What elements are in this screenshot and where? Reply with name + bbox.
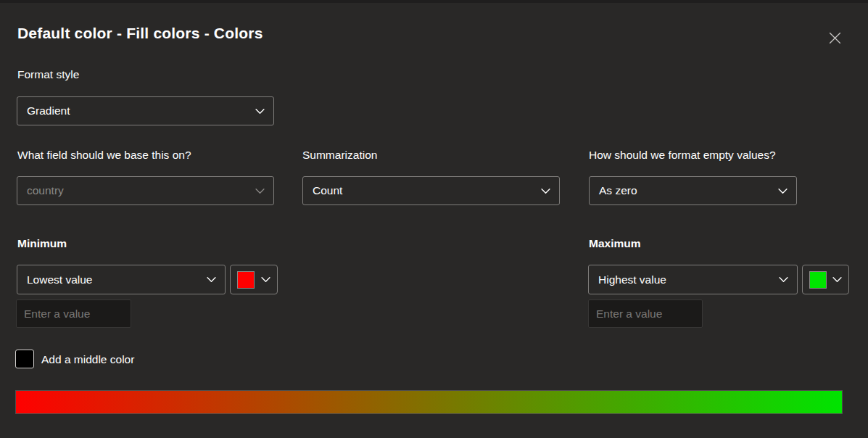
minimum-color-picker[interactable] <box>230 265 278 294</box>
chevron-down-icon <box>778 188 788 194</box>
format-style-label: Format style <box>17 68 79 81</box>
close-icon <box>829 32 841 44</box>
chevron-down-icon <box>207 276 216 283</box>
base-field-dropdown[interactable]: country <box>17 176 274 205</box>
close-button[interactable] <box>824 27 846 49</box>
summarization-label: Summarization <box>302 149 377 162</box>
minimum-color-swatch <box>237 271 255 289</box>
maximum-type-dropdown[interactable]: Highest value <box>588 265 798 294</box>
summarization-dropdown[interactable]: Count <box>302 176 560 205</box>
dialog-title: Default color - Fill colors - Colors <box>17 25 263 42</box>
format-style-value: Gradient <box>27 104 70 117</box>
chevron-down-icon <box>261 276 270 283</box>
chevron-down-icon <box>832 276 842 283</box>
maximum-label: Maximum <box>589 237 641 250</box>
chevron-down-icon <box>779 276 788 283</box>
format-style-dropdown[interactable]: Gradient <box>17 96 274 125</box>
gradient-preview-bar <box>15 390 843 414</box>
add-middle-color-label: Add a middle color <box>41 353 134 366</box>
maximum-color-picker[interactable] <box>802 265 849 294</box>
base-field-value: country <box>27 184 64 197</box>
summarization-value: Count <box>313 184 342 197</box>
empty-values-value: As zero <box>599 184 637 197</box>
empty-values-label: How should we format empty values? <box>589 149 776 162</box>
minimum-type-value: Lowest value <box>27 273 92 286</box>
minimum-type-dropdown[interactable]: Lowest value <box>17 265 226 294</box>
minimum-label: Minimum <box>17 237 67 250</box>
minimum-value-input[interactable] <box>16 299 131 328</box>
chevron-down-icon <box>541 188 550 194</box>
maximum-color-swatch <box>809 271 827 289</box>
dialog-top-edge <box>0 0 868 3</box>
maximum-type-value: Highest value <box>598 273 666 286</box>
conditional-formatting-dialog: Default color - Fill colors - Colors For… <box>0 0 868 438</box>
add-middle-color-checkbox[interactable] <box>15 350 34 368</box>
base-field-label: What field should we base this on? <box>17 149 191 162</box>
chevron-down-icon <box>255 108 265 115</box>
maximum-value-input[interactable] <box>588 299 703 328</box>
empty-values-dropdown[interactable]: As zero <box>589 176 797 205</box>
chevron-down-icon <box>255 188 265 194</box>
